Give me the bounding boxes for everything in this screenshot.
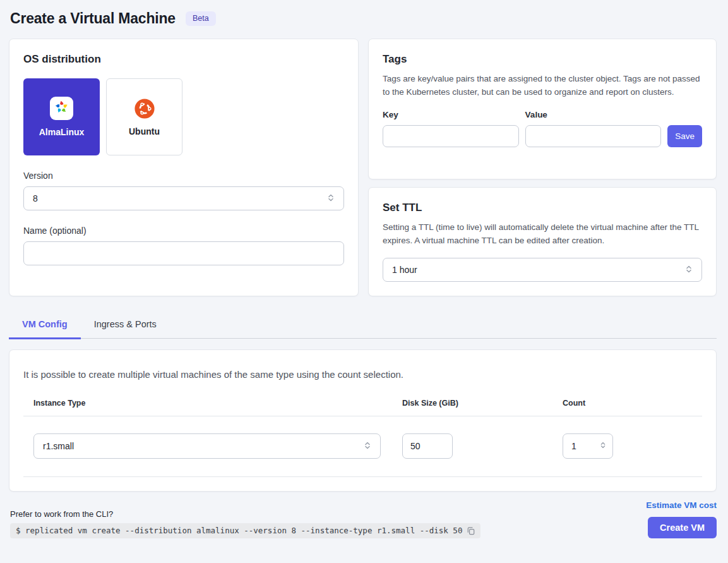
page-header: Create a Virtual Machine Beta [10, 10, 717, 27]
cli-block: Prefer to work from the CLI? $ replicate… [10, 509, 480, 538]
chevron-updown-icon [363, 440, 372, 452]
tag-value-field-group: Value [525, 110, 662, 147]
tag-value-input[interactable] [525, 125, 662, 147]
version-select[interactable]: 8 [23, 186, 344, 210]
count-cell [563, 433, 702, 459]
beta-badge: Beta [186, 11, 216, 26]
page-footer: Prefer to work from the CLI? $ replicate… [9, 500, 717, 538]
tab-bar: VM Config Ingress & Ports [9, 313, 717, 339]
tags-card: Tags Tags are key/value pairs that are a… [368, 39, 717, 179]
cli-prompt: Prefer to work from the CLI? [10, 509, 480, 519]
vm-table-header: Instance Type Disk Size (GiB) Count [23, 399, 702, 416]
column-count: Count [563, 399, 702, 408]
os-tile-label: Ubuntu [129, 126, 160, 136]
version-select-value: 8 [33, 193, 38, 203]
os-tile-label: AlmaLinux [39, 127, 85, 137]
tag-key-input[interactable] [383, 125, 519, 147]
version-label: Version [23, 171, 344, 181]
ttl-card-title: Set TTL [383, 202, 702, 214]
tag-key-label: Key [383, 110, 519, 119]
os-tile-ubuntu[interactable]: Ubuntu [106, 78, 182, 155]
disk-size-input[interactable] [402, 433, 453, 459]
column-disk-size: Disk Size (GiB) [402, 399, 563, 408]
stepper-chevrons-icon[interactable] [599, 440, 607, 452]
page-title: Create a Virtual Machine [10, 10, 176, 27]
set-ttl-card: Set TTL Setting a TTL (time to live) wil… [368, 187, 717, 296]
disk-size-cell [402, 433, 563, 459]
instance-type-select[interactable]: r1.small [33, 433, 381, 459]
vm-config-note: It is possible to create multiple virtua… [23, 369, 702, 380]
copy-icon[interactable] [467, 526, 475, 535]
cli-command-text: $ replicated vm create --distribution al… [16, 526, 462, 535]
right-column: Tags Tags are key/value pairs that are a… [368, 39, 717, 296]
ubuntu-logo-icon [134, 98, 155, 119]
instance-type-cell: r1.small [33, 433, 402, 459]
create-vm-page: Create a Virtual Machine Beta OS distrib… [0, 0, 728, 563]
tags-card-title: Tags [383, 53, 702, 66]
tags-form: Key Value Save [383, 110, 702, 147]
tab-vm-config[interactable]: VM Config [9, 313, 81, 339]
count-stepper[interactable] [563, 433, 613, 459]
save-tag-button[interactable]: Save [667, 125, 702, 147]
almalinux-logo-box [50, 97, 73, 120]
create-vm-button[interactable]: Create VM [648, 517, 717, 538]
instance-type-value: r1.small [43, 441, 74, 451]
tags-description: Tags are key/value pairs that are assign… [383, 73, 702, 99]
os-distribution-card: OS distribution [9, 39, 359, 296]
chevron-updown-icon [684, 264, 693, 276]
almalinux-logo-icon [53, 99, 70, 118]
vm-config-card: It is possible to create multiple virtua… [9, 349, 717, 492]
chevron-updown-icon [326, 193, 335, 205]
vm-config-row: r1.small [23, 416, 702, 477]
top-row: OS distribution [9, 39, 717, 296]
cli-command-box: $ replicated vm create --distribution al… [10, 523, 480, 538]
os-card-title: OS distribution [23, 53, 344, 66]
count-input[interactable] [563, 435, 590, 457]
footer-actions: Estimate VM cost Create VM [646, 500, 717, 538]
ttl-select-value: 1 hour [392, 265, 417, 275]
estimate-vm-cost-link[interactable]: Estimate VM cost [646, 500, 717, 510]
vm-name-input[interactable] [23, 241, 344, 265]
ttl-select[interactable]: 1 hour [383, 258, 702, 282]
tag-value-label: Value [525, 110, 662, 119]
ttl-description: Setting a TTL (time to live) will automa… [383, 221, 702, 247]
tab-ingress-ports[interactable]: Ingress & Ports [81, 313, 170, 339]
tag-key-field-group: Key [383, 110, 519, 147]
os-tile-almalinux[interactable]: AlmaLinux [23, 78, 100, 155]
column-instance-type: Instance Type [33, 399, 402, 408]
vm-name-label: Name (optional) [23, 226, 344, 236]
os-tiles: AlmaLinux [23, 78, 344, 155]
